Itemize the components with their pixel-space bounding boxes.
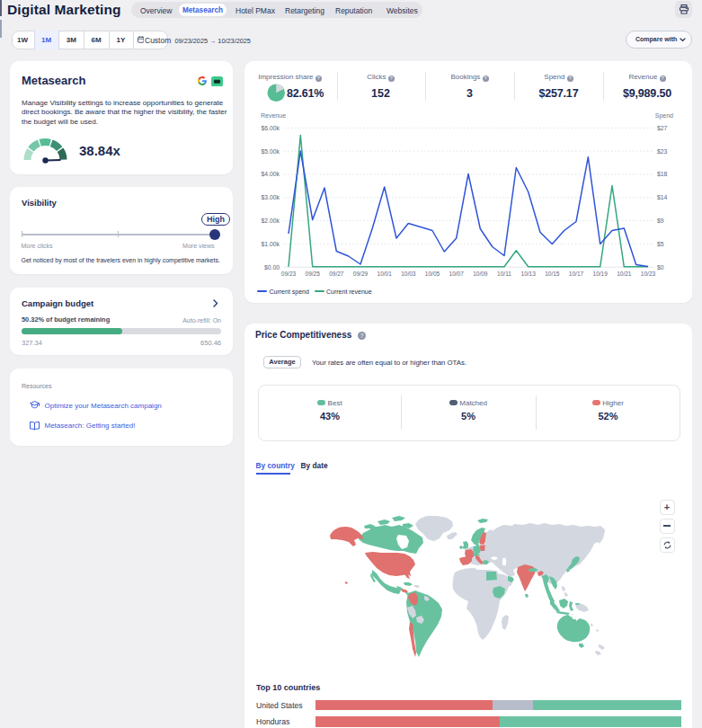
svg-text:10/03: 10/03 — [401, 271, 416, 277]
svg-text:10/17: 10/17 — [569, 271, 584, 277]
svg-text:10/11: 10/11 — [497, 271, 511, 277]
svg-text:10/09: 10/09 — [473, 271, 488, 277]
svg-text:$5.00k: $5.00k — [262, 148, 280, 155]
svg-text:$3.00k: $3.00k — [262, 194, 280, 200]
svg-text:10/07: 10/07 — [449, 271, 465, 277]
svg-text:10/01: 10/01 — [378, 271, 393, 277]
svg-text:$4.00k: $4.00k — [262, 171, 280, 177]
svg-text:09/29: 09/29 — [353, 271, 369, 277]
svg-text:10/13: 10/13 — [521, 271, 537, 277]
svg-text:$23: $23 — [657, 148, 668, 155]
svg-text:09/27: 09/27 — [329, 271, 344, 277]
svg-text:$2.00k: $2.00k — [262, 218, 280, 224]
svg-text:$0.00: $0.00 — [264, 264, 280, 271]
svg-text:$1.00k: $1.00k — [262, 241, 280, 247]
svg-text:Revenue: Revenue — [261, 112, 286, 119]
svg-text:$9: $9 — [657, 218, 664, 224]
svg-text:10/05: 10/05 — [425, 271, 440, 277]
svg-text:$27: $27 — [657, 125, 668, 131]
svg-text:10/15: 10/15 — [545, 271, 560, 277]
svg-text:10/23: 10/23 — [641, 271, 656, 277]
svg-text:$14: $14 — [657, 194, 668, 200]
svg-text:$0: $0 — [657, 264, 664, 271]
svg-text:10/19: 10/19 — [593, 271, 609, 277]
svg-text:09/23: 09/23 — [281, 271, 297, 277]
svg-text:10/21: 10/21 — [617, 271, 632, 277]
svg-text:$18: $18 — [657, 171, 668, 177]
svg-text:Spend: Spend — [655, 112, 673, 120]
svg-text:$5: $5 — [657, 241, 664, 247]
svg-text:$6.00k: $6.00k — [262, 125, 280, 131]
svg-text:09/25: 09/25 — [306, 271, 321, 277]
